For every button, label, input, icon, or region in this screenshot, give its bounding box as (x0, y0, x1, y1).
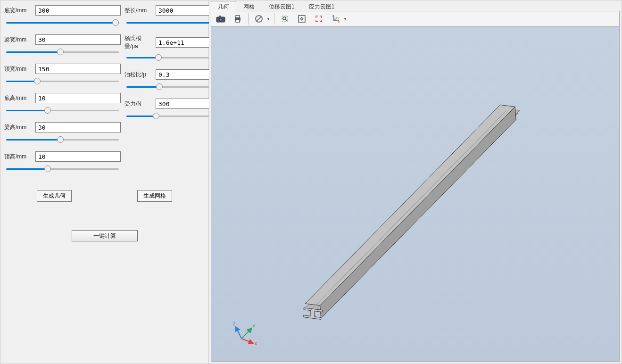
svg-line-15 (334, 17, 337, 21)
svg-rect-12 (299, 16, 305, 22)
fullscreen-icon[interactable] (312, 13, 325, 25)
young-modulus-label: 杨氏模量/pa (124, 34, 154, 50)
viewport-panel: 几何网格位移云图1应力云图1 ▼ yzx ▼ (209, 0, 622, 364)
view-tabs: 几何网格位移云图1应力云图1 (209, 0, 622, 11)
top-width-input[interactable] (35, 64, 121, 74)
bottom-width-input[interactable] (35, 5, 121, 16)
svg-text:x: x (338, 20, 340, 23)
top-height-input[interactable] (35, 151, 121, 162)
parameter-panel: 底宽/mm梁宽/mm顶宽/mm底高/mm梁高/mm顶高/mm 整长/mm杨氏模量… (0, 0, 209, 364)
beam-height-label: 梁高/mm (4, 124, 33, 132)
top-width-label: 顶宽/mm (4, 65, 33, 73)
total-length-label: 整长/mm (124, 7, 154, 15)
3d-viewport[interactable]: x y z (211, 27, 620, 362)
bottom-height-input[interactable] (35, 93, 121, 103)
generate-geometry-button[interactable]: 生成几何 (37, 190, 72, 202)
svg-marker-24 (303, 308, 322, 320)
svg-line-29 (236, 327, 241, 339)
bottom-width-label: 底宽/mm (4, 7, 33, 15)
force-label: 受力/N (124, 100, 154, 108)
svg-line-25 (311, 111, 506, 310)
bottom-height-label: 底高/mm (4, 94, 33, 102)
svg-point-3 (220, 18, 222, 21)
beam-width-label: 梁宽/mm (4, 36, 33, 44)
svg-rect-5 (236, 16, 240, 18)
svg-line-8 (257, 17, 261, 21)
tab-stress-contour[interactable]: 应力云图1 (302, 1, 342, 11)
top-height-slider[interactable] (6, 168, 119, 170)
tab-displacement-contour[interactable]: 位移云图1 (262, 1, 302, 11)
poisson-ratio-label: 泊松比/μ (124, 71, 154, 79)
zoom-box-icon[interactable] (278, 13, 291, 25)
print-icon[interactable] (231, 13, 244, 25)
svg-line-26 (315, 112, 510, 311)
tab-geometry[interactable]: 几何 (211, 1, 236, 11)
axes-icon[interactable]: yzx (329, 13, 342, 25)
stop-icon[interactable] (252, 13, 265, 25)
svg-marker-22 (305, 105, 515, 305)
svg-text:y: y (253, 323, 255, 328)
beam-width-slider[interactable] (6, 51, 119, 53)
chevron-down-icon[interactable]: ▼ (266, 17, 270, 21)
viewport-toolbar: ▼ yzx ▼ (211, 11, 620, 27)
svg-line-28 (241, 328, 252, 339)
svg-marker-23 (320, 107, 516, 318)
bottom-height-slider[interactable] (6, 109, 119, 111)
top-width-slider[interactable] (6, 80, 119, 82)
chevron-down-icon[interactable]: ▼ (343, 17, 347, 21)
geometry-model (211, 27, 619, 361)
svg-text:x: x (255, 341, 257, 346)
svg-line-27 (241, 339, 253, 343)
beam-height-input[interactable] (35, 122, 121, 132)
beam-height-slider[interactable] (6, 139, 119, 141)
fit-view-icon[interactable] (295, 13, 308, 25)
generate-mesh-button[interactable]: 生成网格 (137, 190, 172, 202)
svg-line-11 (285, 19, 287, 21)
compute-button[interactable]: 一键计算 (72, 230, 138, 241)
svg-text:y: y (338, 17, 339, 19)
beam-width-input[interactable] (35, 34, 121, 45)
top-height-label: 顶高/mm (4, 153, 33, 161)
camera-icon[interactable] (214, 13, 227, 25)
svg-rect-6 (236, 20, 240, 22)
svg-text:z: z (233, 321, 235, 326)
tab-mesh[interactable]: 网格 (236, 1, 262, 11)
svg-rect-1 (219, 16, 221, 17)
bottom-width-slider[interactable] (6, 22, 119, 24)
svg-text:z: z (332, 14, 334, 17)
axis-triad: x y z (232, 320, 260, 348)
